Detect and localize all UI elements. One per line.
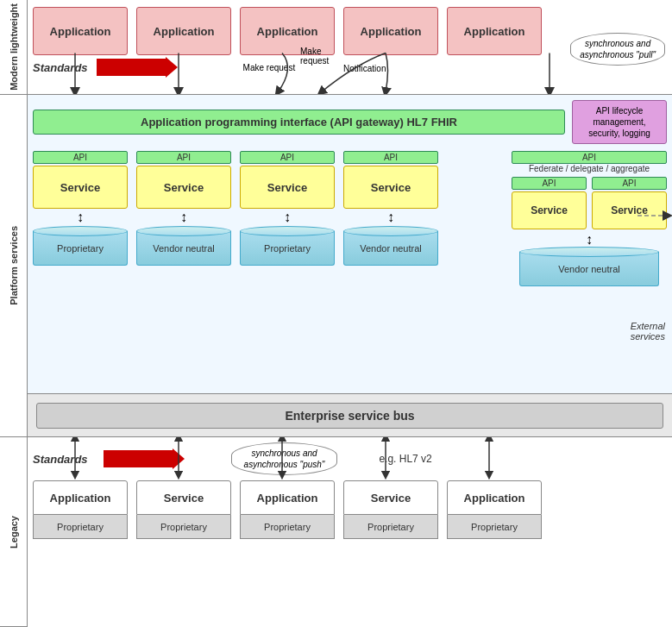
- legacy-apps-row: Application Proprietary Service Propriet…: [33, 480, 667, 539]
- modern-red-arrow: [97, 59, 166, 76]
- api-gateway-bar: Application programming interface (API g…: [33, 110, 565, 135]
- api-label-1: API: [33, 151, 128, 164]
- service-col-2: API Service ↕ Vendor neutral: [136, 151, 231, 266]
- make-request-label: Make request: [243, 63, 296, 72]
- make-request2-label: Makerequest: [300, 47, 329, 66]
- legacy-app-4-top: Service: [343, 480, 438, 515]
- legacy-app-1-top: Application: [33, 480, 128, 515]
- service-box-4: Service: [343, 166, 438, 209]
- legacy-top-row: Standards synchronous andasynchronous "p…: [33, 442, 667, 475]
- label-platform: Platform services: [0, 95, 27, 437]
- legacy-app-5-top: Application: [447, 480, 542, 515]
- service-col-3: API Service ↕ Proprietary: [240, 151, 335, 266]
- cylinder-4: Vendor neutral: [343, 226, 438, 266]
- legacy-red-arrow: [104, 450, 173, 467]
- esb-section: Enterprise service bus: [28, 394, 672, 437]
- modern-section: Application Application Application Appl…: [28, 0, 672, 95]
- arrow-down-4: ↕: [387, 210, 394, 224]
- api-label-4: API: [343, 151, 438, 164]
- sub-service-col-2: API Service: [592, 177, 667, 229]
- arrow-down-2: ↕: [180, 210, 187, 224]
- legacy-app-3-top: Application: [240, 480, 335, 515]
- federate-column: API Federate / delegate / aggregate API …: [512, 151, 667, 286]
- external-services-label: Externalservices: [631, 321, 665, 342]
- federate-arrow-down: ↕: [586, 233, 593, 247]
- app-box-4: Application: [343, 7, 438, 55]
- api-label-2: API: [136, 151, 231, 164]
- sub-api-1: API: [512, 177, 587, 190]
- sub-api-2: API: [592, 177, 667, 190]
- app-box-5: Application: [447, 7, 542, 55]
- hl7-label: e.g. HL7 v2: [379, 453, 431, 465]
- legacy-app-5: Application Proprietary: [447, 480, 542, 539]
- api-gateway-row: Application programming interface (API g…: [33, 100, 667, 144]
- legacy-app-1: Application Proprietary: [33, 480, 128, 539]
- cylinder-1: Proprietary: [33, 226, 128, 266]
- legacy-app-3-bottom: Proprietary: [240, 515, 335, 539]
- legacy-section: Standards synchronous andasynchronous "p…: [28, 437, 672, 627]
- cylinder-2: Vendor neutral: [136, 226, 231, 266]
- right-content: Application Application Application Appl…: [28, 0, 672, 627]
- notification-label: Notification: [343, 64, 386, 73]
- services-row: API Service ↕ Proprietary API Service ↕: [33, 151, 667, 286]
- federate-cylinder: Vendor neutral: [519, 247, 659, 286]
- legacy-app-5-bottom: Proprietary: [447, 515, 542, 539]
- legacy-app-2: Service Proprietary: [136, 480, 231, 539]
- sync-push-cloud: synchronous andasynchronous "push": [231, 442, 338, 475]
- legacy-app-3: Application Proprietary: [240, 480, 335, 539]
- api-label-3: API: [240, 151, 335, 164]
- app-box-2: Application: [136, 7, 231, 55]
- label-legacy: Legacy: [0, 437, 27, 627]
- legacy-app-2-top: Service: [136, 480, 231, 515]
- sync-cloud: synchronous andasynchronous "pull": [570, 33, 665, 66]
- arrow-down-1: ↕: [77, 210, 84, 224]
- legacy-app-4-bottom: Proprietary: [343, 515, 438, 539]
- sub-service-2: Service: [592, 191, 667, 229]
- legacy-standards-label: Standards: [33, 453, 88, 466]
- modern-standards-label: Standards: [33, 61, 88, 74]
- legacy-app-4: Service Proprietary: [343, 480, 438, 539]
- arrow-down-3: ↕: [284, 210, 291, 224]
- service-box-1: Service: [33, 166, 128, 209]
- app-box-1: Application: [33, 7, 128, 55]
- legacy-app-1-bottom: Proprietary: [33, 515, 128, 539]
- legacy-app-2-bottom: Proprietary: [136, 515, 231, 539]
- service-col-1: API Service ↕ Proprietary: [33, 151, 128, 266]
- main-container: Modern lightweight Platform services Leg…: [0, 0, 672, 627]
- federate-api-bar: API: [512, 151, 667, 164]
- service-box-2: Service: [136, 166, 231, 209]
- esb-bar: Enterprise service bus: [36, 403, 663, 429]
- platform-section: Application programming interface (API g…: [28, 95, 672, 394]
- service-box-3: Service: [240, 166, 335, 209]
- service-col-4: API Service ↕ Vendor neutral: [343, 151, 438, 266]
- sub-service-col-1: API Service: [512, 177, 587, 229]
- api-lifecycle-box: API lifecycle management, security, logg…: [572, 100, 667, 144]
- label-modern: Modern lightweight: [0, 0, 27, 95]
- federate-label: Federate / delegate / aggregate: [529, 164, 650, 173]
- left-labels: Modern lightweight Platform services Leg…: [0, 0, 28, 627]
- cylinder-3: Proprietary: [240, 226, 335, 266]
- federate-sub-row: API Service API Service: [512, 177, 667, 229]
- sub-service-1: Service: [512, 191, 587, 229]
